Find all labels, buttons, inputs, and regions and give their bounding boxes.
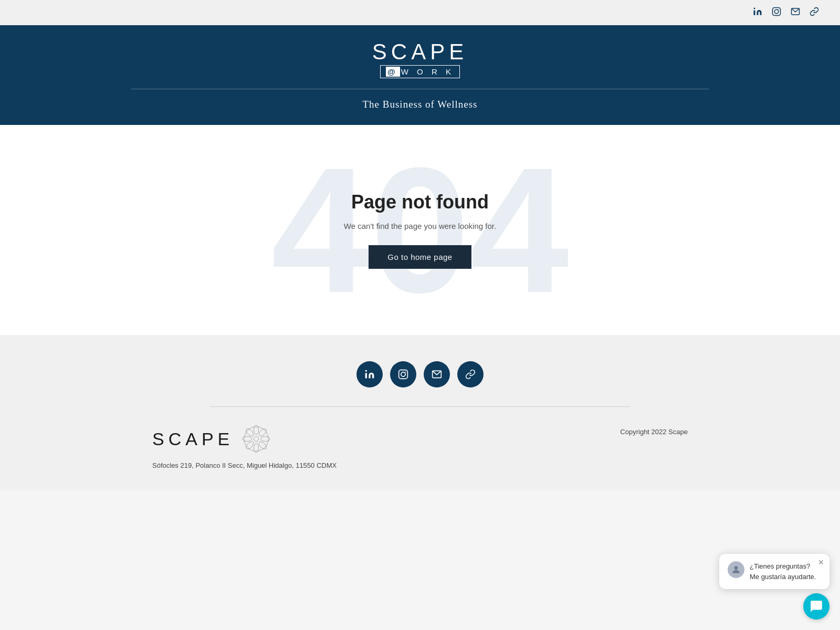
- svg-point-10: [244, 427, 268, 451]
- footer-link-icon[interactable]: [457, 361, 484, 387]
- topbar-email-icon[interactable]: [791, 7, 800, 19]
- chat-avatar-row: ¿Tienes preguntas? Me gustaría ayudarte.: [728, 561, 821, 582]
- chat-open-button[interactable]: [803, 593, 830, 620]
- footer-linkedin-icon[interactable]: [356, 361, 383, 387]
- svg-point-20: [734, 566, 738, 570]
- footer-scape-text: SCAPE: [152, 429, 234, 449]
- page-not-found-title: Page not found: [344, 191, 496, 213]
- topbar-link-icon[interactable]: [810, 7, 819, 19]
- footer-logo-area: SCAPE Sófocles 219, Polanco II Secc, Mig…: [152, 424, 337, 469]
- footer-address: Sófocles 219, Polanco II Secc, Miguel Hi…: [152, 461, 337, 469]
- chat-close-button[interactable]: ✕: [818, 558, 824, 567]
- chat-message-text: ¿Tienes preguntas? Me gustaría ayudarte.: [750, 561, 821, 582]
- page-not-found-description: We can't find the page you were looking …: [344, 222, 496, 230]
- topbar-instagram-icon[interactable]: [772, 7, 781, 19]
- svg-point-18: [245, 427, 255, 437]
- logo-at-symbol: @: [386, 67, 400, 77]
- logo-atwork-text: @W O R K: [380, 65, 460, 78]
- footer-instagram-icon[interactable]: [390, 361, 416, 387]
- logo-container: SCAPE @W O R K: [372, 41, 468, 78]
- footer-email-icon[interactable]: [424, 361, 450, 387]
- main-content: 404 Page not found We can't find the pag…: [0, 125, 840, 335]
- header-divider: [131, 89, 709, 89]
- svg-point-12: [258, 427, 268, 437]
- svg-point-2: [774, 9, 779, 14]
- footer-flower-icon: [241, 424, 271, 454]
- footer-divider: [210, 406, 630, 407]
- footer-copyright: Copyright 2022 Scape: [620, 424, 688, 436]
- chat-avatar: [728, 561, 744, 578]
- svg-point-3: [778, 9, 779, 10]
- chat-bubble: ✕ ¿Tienes preguntas? Me gustaría ayudart…: [719, 554, 830, 589]
- svg-rect-6: [399, 370, 408, 379]
- logo-scape-text: SCAPE: [372, 41, 468, 63]
- topbar-linkedin-icon[interactable]: [753, 7, 762, 19]
- go-home-button[interactable]: Go to home page: [369, 245, 471, 269]
- footer-logo-row: SCAPE: [152, 424, 271, 454]
- footer-social-icons: [10, 361, 830, 387]
- svg-point-14: [258, 440, 268, 450]
- footer-bottom: SCAPE Sófocles 219, Polanco II Secc, Mig…: [131, 424, 709, 469]
- svg-rect-1: [773, 7, 781, 15]
- svg-point-19: [254, 436, 259, 441]
- svg-point-8: [405, 372, 406, 373]
- header-tagline: The Business of Wellness: [363, 99, 478, 125]
- top-bar: [0, 0, 840, 25]
- svg-point-0: [754, 7, 755, 9]
- svg-point-16: [245, 440, 255, 450]
- error-section: Page not found We can't find the page yo…: [344, 191, 496, 269]
- site-header: SCAPE @W O R K The Business of Wellness: [0, 25, 840, 125]
- chat-widget: ✕ ¿Tienes preguntas? Me gustaría ayudart…: [719, 554, 830, 620]
- svg-point-5: [365, 370, 367, 372]
- svg-point-7: [401, 372, 405, 376]
- site-footer: SCAPE Sófocles 219, Polanco II Secc, Mig…: [0, 335, 840, 490]
